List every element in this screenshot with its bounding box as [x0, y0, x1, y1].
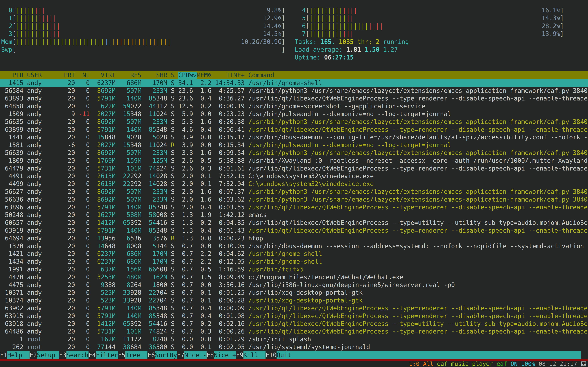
- process-command: C:\windows\system32\winedevice.exe: [248, 180, 374, 187]
- column-header-CPU[interactable]: CPU%: [178, 72, 193, 79]
- process-command: /usr/bin/python3 /usr/share/emacs/lazyca…: [248, 87, 588, 94]
- fkey-number: F3: [59, 351, 66, 359]
- cpu-meter-5: 5[||||||||||||14.3%]: [295, 14, 588, 22]
- fkey-f2-setup[interactable]: F2Setup: [30, 351, 59, 359]
- status-app: eaf: [493, 360, 507, 367]
- process-row-56636[interactable]: 56636 andy 20 0 8692M 507M 233M S 2.0 1.…: [0, 196, 588, 203]
- process-row-56635[interactable]: 56635 andy 20 0 8692M 507M 233M S 5.3 1.…: [0, 118, 588, 126]
- process-row-64486[interactable]: 64486 andy 20 0 5731M 101M 74824 S 0.7 0…: [0, 327, 588, 335]
- fkey-f10-quit[interactable]: F10Quit: [266, 351, 291, 359]
- process-row-1581[interactable]: 1581 andy -6 0 2027M 15348 11024 R 3.9 0…: [0, 141, 588, 149]
- fkey-label: Tree: [125, 351, 148, 359]
- process-row-4499[interactable]: 4499 andy 20 0 2613M 22292 14028 S 2.0 0…: [0, 180, 588, 188]
- column-header-S[interactable]: S: [171, 72, 174, 79]
- cpu-meter-1: 1[|||||||||||12.9%]: [1, 14, 295, 22]
- meter-value: 14.4%: [263, 22, 281, 30]
- fkey-f4-filter[interactable]: F4Filter: [88, 351, 118, 359]
- fkey-f7-nice--[interactable]: F7Nice -: [177, 351, 207, 359]
- process-row-56584[interactable]: 56584 andy 20 0 8692M 507M 233M S 23.6 1…: [0, 87, 588, 95]
- column-header-SHR[interactable]: SHR: [145, 72, 167, 79]
- process-row-10371[interactable]: 10371 andy 20 0 523M 33928 22704 S 0.7 0…: [0, 289, 588, 297]
- process-row-63902[interactable]: 63902 andy 20 0 5791M 140M 85348 S 0.7 0…: [0, 304, 588, 312]
- cpu-meter-4-label: 4: [295, 7, 306, 14]
- process-row-1[interactable]: 1 root 20 0 162M 11172 8240 S 0.0 0.0 0:…: [0, 335, 588, 343]
- swap-meter: Swp[0K/0K]: [1, 46, 295, 53]
- cpu-meter-7-label: 7: [295, 30, 306, 37]
- meter-value: 28.2%: [542, 22, 560, 30]
- process-command: /usr/bin/gnome-shell: [248, 79, 322, 86]
- fkey-label: Help: [7, 351, 30, 359]
- fkey-label: SortBy: [155, 351, 177, 359]
- process-row-4475[interactable]: 4475 andy 20 0 9388 8264 1800 S 0.7 0.0 …: [0, 281, 588, 289]
- fkey-label: Setup: [37, 351, 59, 359]
- fkey-f9-kill[interactable]: F9Kill: [236, 351, 266, 359]
- column-header-RES[interactable]: RES: [119, 72, 141, 79]
- meter-open-bracket: [: [306, 7, 309, 14]
- process-row-63918[interactable]: 63918 andy 20 0 1412M 65392 54416 S 0.7 …: [0, 320, 588, 328]
- process-row-1434[interactable]: 1434 andy 20 0 6237M 686M 170M S 0.7 2.2…: [0, 258, 588, 266]
- process-row-262[interactable]: 262 root 20 0 77144 38684 36580 S 0.0 0.…: [0, 343, 588, 351]
- meter-value: 13.9%: [542, 30, 560, 38]
- process-row-4491[interactable]: 4491 andy 20 0 2613M 22292 14028 S 2.0 0…: [0, 172, 588, 180]
- column-header-VIRT[interactable]: VIRT: [93, 72, 116, 79]
- cpu-meter-4: 4[|||||||||||||16.1%]: [295, 6, 588, 14]
- cpu-meter-0: 0[||||||||9.8%]: [1, 6, 295, 14]
- process-row-56627[interactable]: 56627 andy 20 0 8692M 507M 233M S 2.0 1.…: [0, 188, 588, 196]
- process-row-1509[interactable]: 1509 andy 9 -11 2027M 15348 11024 S 5.9 …: [0, 110, 588, 118]
- meter-value: 16.1%: [542, 6, 560, 14]
- process-row-10374[interactable]: 10374 andy 20 0 523M 33928 22704 S 0.7 0…: [0, 297, 588, 304]
- column-header-PID[interactable]: PID: [1, 72, 23, 79]
- cpu-meter-2: 2[||||||||||||14.4%]: [1, 22, 295, 30]
- column-header-Command[interactable]: Command: [248, 72, 274, 79]
- process-row-56639[interactable]: 56639 andy 20 0 8692M 507M 233M S 3.3 1.…: [0, 149, 588, 157]
- status-tags: 1:0 All: [409, 360, 433, 367]
- process-row-1370[interactable]: 1370 andy 20 0 14648 8008 5144 S 0.7 0.0…: [0, 242, 588, 250]
- fkey-label: Quit: [277, 351, 291, 359]
- column-header-PRI[interactable]: PRI: [64, 72, 75, 79]
- column-header-USER[interactable]: USER: [27, 72, 60, 79]
- process-command: emacs: [248, 211, 267, 218]
- process-row-1991[interactable]: 1991 andy 20 0 637M 156M 66608 S 0.7 0.5…: [0, 266, 588, 273]
- column-header-TIME+[interactable]: TIME+: [215, 72, 245, 79]
- column-header-NI[interactable]: NI: [79, 72, 90, 79]
- process-row-64694[interactable]: 64694 andy 20 0 13956 6536 3576 R 1.3 0.…: [0, 234, 588, 242]
- process-row-63893[interactable]: 63893 andy 20 0 5791M 140M 85348 S 23.6 …: [0, 94, 588, 102]
- process-command: /usr/bin/python3 /usr/share/emacs/lazyca…: [248, 196, 588, 203]
- fkey-f1-help[interactable]: F1Help: [0, 351, 30, 359]
- meter-open-bracket: [: [12, 46, 16, 53]
- cpu-meter-0-label: 0: [1, 7, 12, 14]
- process-row-4470[interactable]: 4470 andy 20 0 3253M 480M 162M S 0.7 1.5…: [0, 273, 588, 281]
- meter-open-bracket: [: [306, 30, 309, 37]
- column-header-row: PID USER PRI NI VIRT RES SHR S CPU%▽MEM%…: [0, 71, 588, 79]
- fkey-f5-tree[interactable]: F5Tree: [118, 351, 148, 359]
- cpu-meter-7: 7[||||||||||||13.9%]: [295, 30, 588, 38]
- process-row-1415[interactable]: 1415 andy 20 0 6237M 686M 170M S 34.1 2.…: [0, 79, 588, 87]
- process-row-64479[interactable]: 64479 andy 20 0 5731M 101M 74824 S 2.6 0…: [0, 165, 588, 172]
- process-row-63899[interactable]: 63899 andy 20 0 5791M 140M 85348 S 4.6 0…: [0, 126, 588, 133]
- process-table: PID USER PRI NI VIRT RES SHR S CPU%▽MEM%…: [0, 71, 588, 351]
- fkey-f8-nice-+[interactable]: F8Nice +: [207, 351, 236, 359]
- memory-meter: Mem[||||||||||||||||||||||||||||||||||||…: [1, 38, 295, 46]
- process-row-64858[interactable]: 64858 andy 20 0 622M 59072 44112 S 12.5 …: [0, 102, 588, 110]
- fkey-number: F5: [118, 351, 125, 359]
- process-row-63896[interactable]: 63896 andy 20 0 5791M 140M 85348 S 2.0 0…: [0, 203, 588, 211]
- process-row-50248[interactable]: 50248 andy 20 0 1627M 588M 58008 S 1.3 1…: [0, 211, 588, 219]
- fkey-f3-search[interactable]: F3Search: [59, 351, 88, 359]
- process-row-1441[interactable]: 1441 andy 20 0 15848 9028 5028 S 3.9 0.0…: [0, 133, 588, 141]
- process-command: /usr/bin/python3 /usr/share/emacs/lazyca…: [248, 118, 588, 125]
- process-row-1421[interactable]: 1421 andy 20 0 6237M 686M 170M S 0.7 2.2…: [0, 250, 588, 258]
- meter-close-bracket: ]: [281, 38, 285, 45]
- process-command: /usr/lib/qt/libexec/QtWebEngineProcess -…: [248, 126, 588, 133]
- process-row-1809[interactable]: 1809 andy 20 0 1769M 159M 125M S 2.6 0.5…: [0, 157, 588, 165]
- cpu-meter-6-label: 6: [295, 23, 306, 30]
- fkey-f6-sortby[interactable]: F6SortBy: [147, 351, 177, 359]
- process-row-63915[interactable]: 63915 andy 20 0 5791M 140M 85348 S 0.7 0…: [0, 312, 588, 320]
- process-row-63919[interactable]: 63919 andy 20 0 5791M 140M 85348 S 1.3 0…: [0, 227, 588, 234]
- process-command: /usr/lib/qt/libexec/QtWebEngineProcess -…: [248, 328, 588, 335]
- meter-open-bracket: [: [306, 23, 309, 30]
- process-command: /usr/lib/systemd/systemd-journald: [248, 343, 370, 350]
- column-header-MEM[interactable]: MEM%: [197, 72, 211, 79]
- process-command: /usr/lib/qt/libexec/QtWebEngineProcess -…: [248, 219, 588, 226]
- fkey-number: F6: [147, 351, 155, 359]
- process-row-60657[interactable]: 60657 andy 20 0 1412M 65392 54416 S 1.3 …: [0, 219, 588, 227]
